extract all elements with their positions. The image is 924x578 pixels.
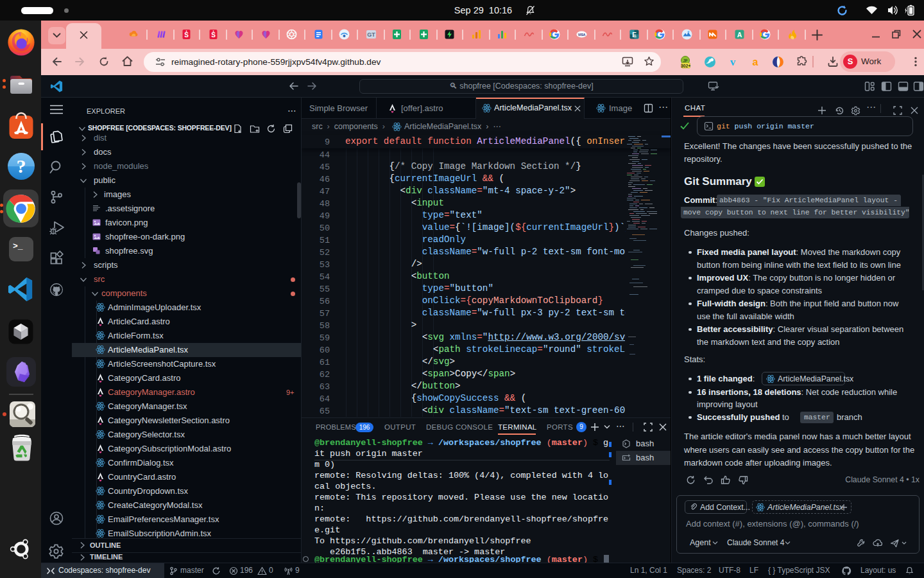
svg-text:v: v: [730, 57, 736, 67]
svg-text:VISA: VISA: [578, 33, 586, 37]
svg-text:A: A: [737, 31, 742, 39]
svg-text:E: E: [632, 31, 637, 39]
svg-text:GT: GT: [367, 31, 375, 38]
svg-text:S: S: [211, 31, 216, 39]
svg-text:a: a: [753, 57, 758, 67]
svg-text:?: ?: [17, 155, 26, 177]
svg-text:JF: JF: [683, 58, 688, 63]
svg-text:>_: >_: [13, 241, 23, 251]
svg-text:302+: 302+: [681, 64, 690, 68]
svg-text:S: S: [184, 31, 189, 39]
